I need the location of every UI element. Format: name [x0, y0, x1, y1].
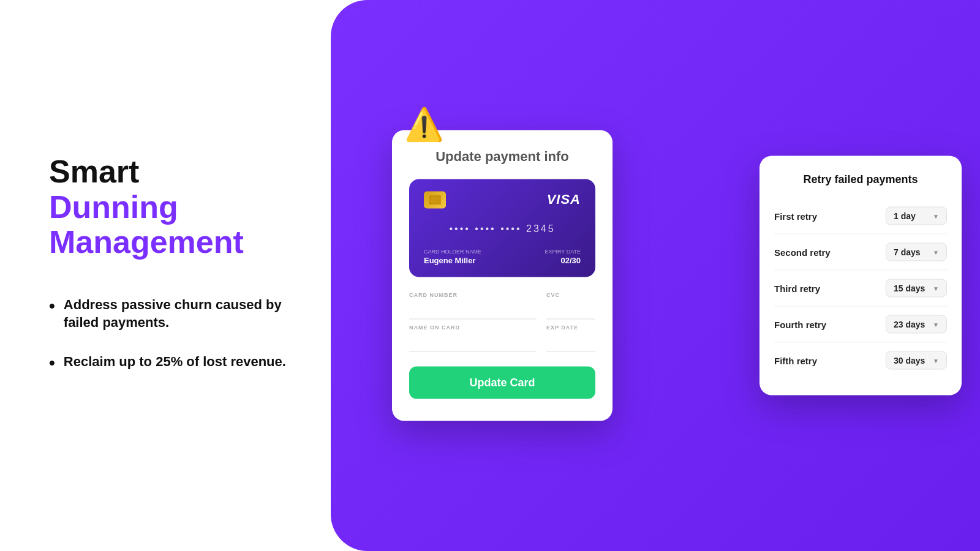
retry-value-2: 7 days	[894, 247, 921, 257]
bullet-item-1: Address passive churn caused by failed p…	[49, 296, 294, 331]
svg-rect-2	[436, 195, 437, 205]
chip-icon	[424, 192, 446, 209]
headline-line2: Dunning	[49, 189, 178, 225]
retry-value-3: 15 days	[894, 283, 925, 293]
headline: Smart Dunning Management	[49, 154, 294, 260]
form-row-2: NAME ON CARD EXP DATE	[409, 324, 595, 352]
svg-rect-3	[429, 198, 441, 200]
cvc-field: CVC	[546, 292, 595, 320]
headline-line1: Smart	[49, 154, 139, 189]
svg-rect-4	[429, 201, 441, 202]
retry-dropdown-5[interactable]: 30 days ▼	[886, 351, 947, 370]
update-card-button[interactable]: Update Card	[409, 367, 595, 399]
expiry-value: 02/30	[545, 256, 581, 265]
cvc-input[interactable]	[546, 302, 595, 320]
card-number: •••• •••• •••• 2345	[424, 223, 581, 234]
payment-modal-title: Update payment info	[409, 149, 595, 165]
retry-label-5: Fifth retry	[774, 355, 817, 365]
retry-row-4: Fourth retry 23 days ▼	[774, 307, 947, 343]
name-input[interactable]	[409, 334, 537, 352]
card-holder-name: Eugene Miller	[424, 256, 481, 265]
exp-date-field: EXP DATE	[546, 324, 595, 352]
card-number-field: CARD NUMBER	[409, 292, 537, 320]
retry-value-1: 1 day	[894, 211, 916, 221]
card-holder-label: Card Holder name	[424, 249, 481, 255]
chevron-down-icon-2: ▼	[933, 249, 939, 255]
form-row-1: CARD NUMBER CVC	[409, 292, 595, 320]
retry-label-3: Third retry	[774, 283, 820, 293]
chevron-down-icon-5: ▼	[933, 357, 939, 364]
retry-dropdown-3[interactable]: 15 days ▼	[886, 279, 947, 298]
svg-rect-1	[432, 195, 434, 205]
retry-row-5: Fifth retry 30 days ▼	[774, 343, 947, 378]
exp-date-label: EXP DATE	[546, 324, 595, 331]
retry-value-5: 30 days	[894, 356, 925, 365]
payment-modal: ⚠️ Update payment info VISA •••• •••• ••…	[392, 130, 612, 421]
card-network: VISA	[547, 192, 581, 208]
svg-rect-0	[429, 195, 441, 205]
retry-panel: Retry failed payments First retry 1 day …	[760, 156, 962, 395]
card-bottom: Card Holder name Eugene Miller Expiry Da…	[424, 249, 581, 265]
cvc-label: CVC	[546, 292, 595, 298]
warning-icon: ⚠️	[404, 108, 444, 140]
exp-date-input[interactable]	[546, 334, 595, 352]
chevron-down-icon-4: ▼	[933, 321, 939, 328]
right-panel: ⚠️ Update payment info VISA •••• •••• ••…	[331, 0, 980, 551]
retry-row-3: Third retry 15 days ▼	[774, 271, 947, 307]
retry-dropdown-2[interactable]: 7 days ▼	[886, 243, 947, 261]
retry-row-2: Second retry 7 days ▼	[774, 234, 947, 271]
card-number-label: CARD NUMBER	[409, 292, 537, 298]
bullet-list: Address passive churn caused by failed p…	[49, 296, 294, 375]
retry-label-1: First retry	[774, 211, 817, 221]
chevron-down-icon-3: ▼	[933, 285, 939, 291]
chevron-down-icon-1: ▼	[933, 212, 939, 219]
retry-panel-title: Retry failed payments	[774, 173, 947, 186]
name-field: NAME ON CARD	[409, 324, 537, 352]
card-expiry-info: Expiry Date 02/30	[545, 249, 581, 265]
card-number-input[interactable]	[409, 302, 537, 320]
card-holder-info: Card Holder name Eugene Miller	[424, 249, 481, 265]
card-top: VISA	[424, 192, 581, 209]
left-panel: Smart Dunning Management Address passive…	[0, 118, 331, 433]
retry-row-1: First retry 1 day ▼	[774, 198, 947, 234]
retry-value-4: 23 days	[894, 320, 925, 329]
name-label: NAME ON CARD	[409, 324, 537, 331]
headline-line3: Management	[49, 224, 244, 260]
expiry-label: Expiry Date	[545, 249, 581, 255]
retry-dropdown-1[interactable]: 1 day ▼	[886, 207, 947, 225]
bullet-item-2: Reclaim up to 25% of lost revenue.	[49, 353, 294, 374]
retry-label-4: Fourth retry	[774, 319, 826, 329]
retry-dropdown-4[interactable]: 23 days ▼	[886, 315, 947, 334]
retry-label-2: Second retry	[774, 247, 831, 257]
credit-card: VISA •••• •••• •••• 2345 Card Holder nam…	[409, 179, 595, 277]
